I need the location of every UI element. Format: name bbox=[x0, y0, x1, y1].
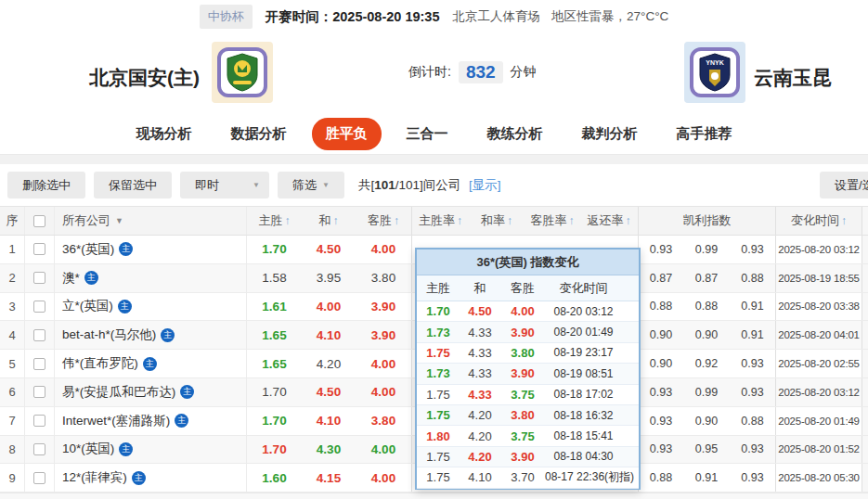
row-checkbox[interactable] bbox=[33, 243, 45, 255]
draw-odds[interactable]: 3.95 bbox=[302, 264, 356, 292]
home-odds[interactable]: 1.61 bbox=[246, 293, 302, 321]
venue-weather: 北京工人体育场 地区性雷暴，27°C°C bbox=[452, 8, 668, 25]
kelly-value: 0.93 bbox=[638, 236, 683, 263]
draw-odds[interactable]: 4.15 bbox=[302, 464, 356, 492]
kelly-value: 0.90 bbox=[683, 407, 730, 435]
away-odds[interactable]: 3.80 bbox=[356, 407, 411, 435]
away-odds[interactable]: 3.90 bbox=[356, 321, 411, 349]
col-header-away-rate[interactable]: 客胜率↑ bbox=[525, 207, 580, 235]
filter-dropdown[interactable]: 筛选 ▼ bbox=[278, 172, 344, 198]
company-name: bet-at-h*(马尔他) bbox=[62, 326, 156, 343]
venue: 北京工人体育场 bbox=[452, 8, 540, 25]
row-checkbox[interactable] bbox=[33, 386, 45, 398]
tab-高手推荐[interactable]: 高手推荐 bbox=[663, 118, 746, 150]
popup-col-home: 主胜 bbox=[417, 280, 460, 297]
company-cell: 立*(英国)主 bbox=[54, 293, 246, 321]
home-odds[interactable]: 1.70 bbox=[246, 378, 302, 406]
row-checkbox[interactable] bbox=[33, 358, 45, 370]
home-odds[interactable]: 1.65 bbox=[246, 321, 302, 349]
col-header-company[interactable]: 所有公司 ▼ bbox=[54, 207, 246, 235]
popup-draw-odds: 4.33 bbox=[460, 346, 500, 360]
company-cell: Interwet*(塞浦路斯)主 bbox=[54, 407, 246, 435]
home-odds[interactable]: 1.70 bbox=[246, 407, 302, 435]
sort-up-icon: ↑ bbox=[285, 214, 291, 227]
popup-draw-odds: 4.50 bbox=[460, 304, 500, 318]
row-index: 7 bbox=[0, 407, 24, 435]
popup-home-odds: 1.75 bbox=[417, 346, 460, 360]
row-edge-sliver bbox=[862, 436, 868, 464]
away-odds[interactable]: 3.80 bbox=[356, 264, 411, 292]
draw-odds[interactable]: 4.50 bbox=[302, 236, 356, 263]
popup-change-time: 08-20 01:49 bbox=[545, 326, 622, 339]
col-header-draw[interactable]: 和↑ bbox=[302, 207, 356, 235]
draw-odds[interactable]: 4.30 bbox=[302, 436, 356, 464]
tab-三合一[interactable]: 三合一 bbox=[393, 118, 462, 150]
popup-col-draw: 和 bbox=[460, 280, 500, 297]
company-count-prefix: 共[ bbox=[358, 178, 374, 192]
company-name: 12*(菲律宾) bbox=[62, 469, 127, 486]
delete-selected-button[interactable]: 删除选中 bbox=[7, 172, 85, 198]
row-checkbox[interactable] bbox=[33, 472, 45, 484]
away-logo-text: YNYK bbox=[706, 59, 723, 66]
home-odds[interactable]: 1.70 bbox=[246, 436, 302, 464]
row-index: 3 bbox=[0, 293, 24, 321]
popup-col-time: 变化时间 bbox=[545, 280, 622, 297]
tab-胜平负[interactable]: 胜平负 bbox=[312, 118, 382, 150]
row-checkbox-cell bbox=[24, 350, 54, 377]
row-edge-sliver bbox=[862, 264, 868, 292]
kelly-value: 0.88 bbox=[730, 264, 775, 292]
away-odds[interactable]: 4.00 bbox=[356, 436, 411, 464]
away-odds[interactable]: 4.00 bbox=[356, 350, 411, 377]
col-header-home-win[interactable]: 主胜↑ bbox=[246, 207, 302, 235]
popup-row: 1.734.333.9008-19 08:51 bbox=[417, 364, 639, 384]
keep-selected-button[interactable]: 保留选中 bbox=[94, 172, 172, 198]
draw-odds[interactable]: 4.20 bbox=[302, 350, 356, 377]
col-header-return-rate[interactable]: 返还率↑ bbox=[580, 207, 638, 235]
kelly-value: 0.88 bbox=[683, 293, 730, 321]
col-header-change-time[interactable]: 变化时间↑ bbox=[775, 207, 862, 235]
draw-odds[interactable]: 4.10 bbox=[302, 407, 356, 435]
row-checkbox[interactable] bbox=[33, 415, 45, 427]
popup-row: 1.734.333.9008-20 01:49 bbox=[417, 322, 639, 342]
tab-现场分析[interactable]: 现场分析 bbox=[123, 118, 206, 150]
home-badge-icon: 主 bbox=[119, 442, 133, 456]
row-checkbox[interactable] bbox=[33, 443, 45, 455]
row-checkbox[interactable] bbox=[33, 329, 45, 341]
col-header-home-rate[interactable]: 主胜率↑ bbox=[411, 207, 469, 235]
away-odds[interactable]: 3.90 bbox=[356, 293, 411, 321]
countdown-unit: 分钟 bbox=[511, 64, 537, 81]
tab-裁判分析[interactable]: 裁判分析 bbox=[568, 118, 652, 150]
row-checkbox[interactable] bbox=[33, 301, 45, 313]
header-edge-sliver bbox=[862, 207, 868, 235]
row-checkbox[interactable] bbox=[33, 272, 45, 284]
draw-odds[interactable]: 4.10 bbox=[302, 321, 356, 349]
instant-dropdown[interactable]: 即时 ▼ bbox=[180, 172, 269, 198]
home-odds[interactable]: 1.58 bbox=[246, 264, 302, 292]
draw-odds[interactable]: 4.00 bbox=[302, 293, 356, 321]
col-header-away-win[interactable]: 客胜↑ bbox=[356, 207, 411, 235]
kelly-value: 0.91 bbox=[730, 321, 775, 349]
kelly-value: 0.93 bbox=[638, 407, 683, 435]
settings-button[interactable]: 设置/选 bbox=[820, 172, 868, 198]
col-header-draw-rate[interactable]: 和率↑ bbox=[469, 207, 525, 235]
kelly-value: 0.87 bbox=[638, 264, 683, 292]
row-index: 4 bbox=[0, 321, 24, 349]
home-odds[interactable]: 1.70 bbox=[246, 236, 302, 263]
home-odds[interactable]: 1.60 bbox=[246, 464, 302, 492]
kelly-value: 0.95 bbox=[683, 436, 730, 464]
draw-odds[interactable]: 4.50 bbox=[302, 378, 356, 406]
home-odds[interactable]: 1.65 bbox=[246, 350, 302, 377]
away-odds[interactable]: 4.00 bbox=[356, 378, 411, 406]
row-checkbox-cell bbox=[24, 293, 54, 321]
company-cell: bet-at-h*(马尔他)主 bbox=[54, 321, 246, 349]
tab-数据分析[interactable]: 数据分析 bbox=[217, 118, 301, 150]
col-header-away-win-label: 客胜 bbox=[368, 212, 392, 229]
away-odds[interactable]: 4.00 bbox=[356, 464, 411, 492]
popup-change-time: 08-19 08:51 bbox=[545, 367, 622, 380]
select-all-checkbox[interactable] bbox=[33, 215, 45, 227]
tab-教练分析[interactable]: 教练分析 bbox=[473, 118, 557, 150]
company-name: 36*(英国) bbox=[62, 241, 114, 258]
show-link[interactable]: [显示] bbox=[469, 178, 501, 192]
col-header-company-label: 所有公司 bbox=[62, 212, 110, 229]
away-odds[interactable]: 4.00 bbox=[356, 236, 411, 263]
